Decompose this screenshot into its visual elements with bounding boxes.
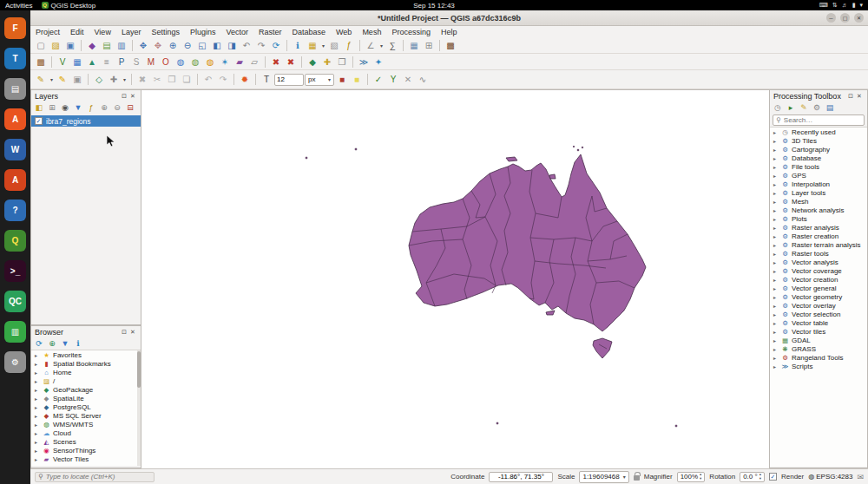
expander-icon[interactable]: ▸ (773, 294, 779, 300)
expander-icon[interactable]: ▸ (773, 320, 779, 326)
browser-item[interactable]: ▸ ◍ WMS/WMTS (31, 420, 141, 428)
menu-item[interactable]: Web (331, 28, 357, 36)
coordinate-box[interactable] (489, 472, 553, 482)
delete-selected-icon[interactable]: ✖ (135, 73, 149, 87)
toolbox-group[interactable]: ▸ ◷ Recently used (770, 128, 867, 136)
panel-close-icon[interactable]: ✕ (855, 93, 864, 100)
os-clock[interactable]: Sep 15 12:43 (0, 2, 868, 10)
menu-item[interactable]: View (89, 28, 116, 36)
toolbar-separator[interactable] (367, 74, 368, 85)
font-size-input[interactable] (274, 74, 304, 86)
expander-icon[interactable]: ▸ (773, 242, 779, 248)
toolbox-group[interactable]: ▸ ⚙ GPS (770, 171, 867, 180)
menu-item[interactable]: Layer (116, 28, 147, 36)
cut-features-icon[interactable]: ✂ (150, 73, 164, 87)
expander-icon[interactable]: ▸ (773, 216, 779, 222)
expander-icon[interactable]: ▸ (35, 370, 40, 376)
expander-icon[interactable]: ▸ (35, 396, 40, 402)
zoom-to-selection-icon[interactable]: ◧ (210, 39, 224, 53)
expander-icon[interactable]: ▸ (773, 285, 779, 291)
magnifier-spinbox[interactable]: 100% ▴▾ (677, 472, 706, 482)
toolbox-group[interactable]: ▸ ⚙ Vector analysis (770, 258, 867, 266)
menu-item[interactable]: Raster (253, 28, 287, 36)
toolbar-separator[interactable] (439, 40, 440, 51)
toolbox-group[interactable]: ▸ ⚙ Vector creation (770, 275, 867, 284)
redo-icon[interactable]: ↷ (216, 73, 230, 87)
coordinate-input[interactable] (492, 473, 549, 481)
dock-thunderbird-icon[interactable]: T (4, 48, 26, 69)
expander-icon[interactable]: ▸ (35, 352, 40, 358)
add-xyz-layer-icon[interactable]: ▱ (247, 55, 261, 69)
browser-item[interactable]: ▸ ▰ Vector Tiles (31, 455, 141, 463)
browser-scrollbar[interactable] (137, 350, 141, 466)
toolbox-group[interactable]: ▸ ⚙ Vector tiles (770, 327, 867, 336)
expander-icon[interactable]: ▸ (773, 233, 779, 239)
maximize-button[interactable]: ▢ (840, 13, 850, 23)
expander-icon[interactable]: ▸ (773, 303, 779, 309)
menu-item[interactable]: Edit (65, 28, 89, 36)
expander-icon[interactable]: ▸ (35, 378, 40, 384)
toolbox-group[interactable]: ▸ ❋ GRASS (770, 344, 867, 353)
processing-history-icon[interactable]: ◷ (773, 102, 783, 113)
expander-icon[interactable]: ▸ (35, 361, 40, 367)
toolbox-group[interactable]: ▸ ⚙ Cartography (770, 145, 867, 154)
menu-item[interactable]: Settings (146, 28, 185, 36)
toolbar-separator[interactable] (132, 40, 133, 51)
map-canvas[interactable] (141, 89, 769, 468)
menu-item[interactable]: Processing (386, 28, 436, 36)
save-project-icon[interactable]: ▣ (63, 39, 77, 53)
network-icon[interactable]: ⇅ (832, 2, 838, 9)
toolbox-group[interactable]: ▸ ⚙ Vector overlay (770, 301, 867, 310)
stream-digitizing-icon[interactable]: ∿ (416, 73, 430, 87)
browser-item[interactable]: ▸ ⌂ Home (31, 368, 141, 376)
toolbox-group[interactable]: ▸ ⚙ Raster creation (770, 232, 867, 240)
browser-item[interactable]: ▸ ◆ PostgreSQL (31, 402, 141, 411)
expander-icon[interactable]: ▸ (35, 456, 40, 462)
browser-item[interactable]: ▸ ◆ GeoPackage (31, 385, 141, 394)
expander-icon[interactable]: ▸ (773, 155, 779, 161)
toolbox-group[interactable]: ▸ ⚙ Mesh (770, 197, 867, 206)
panel-float-icon[interactable]: ⊡ (120, 93, 128, 100)
dock-appcenter-icon[interactable]: A (4, 169, 26, 191)
keyboard-indicator-icon[interactable]: ⌨ (819, 2, 828, 9)
unit-combo[interactable]: px ▾ (305, 74, 334, 86)
toolbar-separator[interactable] (359, 40, 360, 51)
dock-help-icon[interactable]: ? (4, 199, 26, 221)
toolbox-group[interactable]: ▸ ⚙ Vector coverage (770, 266, 867, 275)
expander-icon[interactable]: ▸ (773, 363, 779, 370)
dock-ubuntu-software-icon[interactable]: A (4, 108, 26, 130)
current-edits-caret-icon[interactable]: ▾ (49, 73, 55, 87)
toolbar-separator[interactable] (403, 40, 404, 51)
text-annotation-icon[interactable]: T (260, 73, 273, 87)
select-features-icon[interactable]: ▦ (306, 39, 319, 53)
new-virtual-layer-icon[interactable]: ❐ (335, 55, 349, 69)
toolbox-group[interactable]: ▸ ⚙ Vector selection (770, 310, 867, 318)
expander-icon[interactable]: ▸ (773, 329, 779, 335)
toolbox-group[interactable]: ▸ ⚙ Network analysis (770, 206, 867, 214)
toolbar-separator[interactable] (286, 40, 287, 51)
locate-input[interactable] (46, 473, 141, 481)
menu-item[interactable]: Project (30, 28, 65, 36)
crs-button[interactable]: ◍ EPSG:4283 (808, 473, 852, 481)
open-project-icon[interactable]: ▨ (49, 39, 62, 53)
zoom-full-icon[interactable]: ◱ (195, 39, 209, 53)
window-title-bar[interactable]: *Untitled Project — QGIS a67dc316c9b ─ ▢… (30, 10, 868, 26)
results-viewer-icon[interactable]: ▤ (825, 102, 835, 113)
activities-button[interactable]: Activities (5, 2, 33, 10)
expander-icon[interactable]: ▸ (35, 448, 40, 454)
open-data-source-manager-icon[interactable]: ▩ (34, 55, 48, 69)
expander-icon[interactable]: ▸ (773, 311, 779, 317)
toolbar-separator[interactable] (51, 56, 52, 68)
browser-filter-icon[interactable]: ▼ (60, 338, 70, 349)
new-shapefile-icon[interactable]: ✚ (320, 55, 334, 69)
processing-search-input[interactable] (784, 116, 853, 124)
layer-visibility-checkbox[interactable]: ✓ (35, 117, 43, 125)
add-oracle-layer-icon[interactable]: O (159, 55, 173, 69)
tray-caret-icon[interactable]: ▾ (859, 2, 863, 9)
dock-qgis-code-icon[interactable]: QC (4, 291, 26, 312)
expander-icon[interactable]: ▸ (35, 413, 40, 419)
add-wfs-layer-icon[interactable]: ◍ (203, 55, 217, 69)
measure-caret-icon[interactable]: ▾ (378, 39, 385, 53)
menu-item[interactable]: Vector (220, 28, 253, 36)
zoom-out-icon[interactable]: ⊖ (181, 39, 194, 53)
